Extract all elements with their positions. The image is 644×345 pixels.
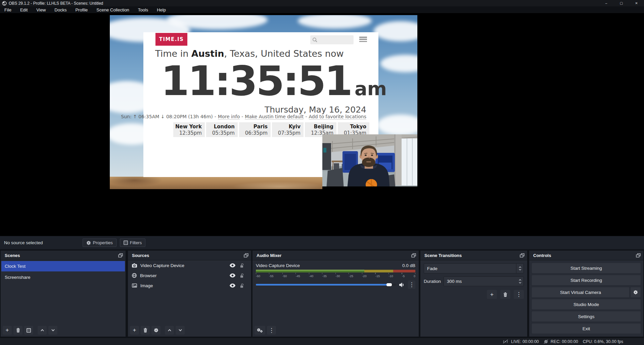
lock-icon[interactable] xyxy=(240,273,244,278)
scene-filters-button[interactable] xyxy=(24,326,33,335)
add-transition-button[interactable]: + xyxy=(487,290,497,299)
popout-icon[interactable] xyxy=(411,253,416,258)
search-box[interactable] xyxy=(310,35,354,44)
menu-profile[interactable]: Profile xyxy=(71,6,92,13)
scene-item-clock-test[interactable]: Clock Test xyxy=(1,261,125,271)
mixer-level-db: 0.0 dB xyxy=(402,263,415,268)
lock-icon[interactable] xyxy=(240,284,244,288)
live-status: LIVE: 00:00:00 xyxy=(502,339,539,344)
clock-meridiem: am xyxy=(355,78,387,99)
scenes-panel-header: Scenes xyxy=(1,251,126,260)
remove-scene-button[interactable] xyxy=(13,326,22,335)
search-input[interactable] xyxy=(318,37,350,42)
start-streaming-button[interactable]: Start Streaming xyxy=(532,263,641,273)
gear-icon xyxy=(86,241,91,245)
duration-label: Duration xyxy=(424,279,441,284)
chevron-updown-icon[interactable] xyxy=(516,264,523,273)
menu-edit[interactable]: Edit xyxy=(16,6,32,13)
filters-button[interactable]: Filters xyxy=(120,239,145,247)
sun-info-line: Sun: ↑ 06:35AM ↓ 08:20PM (13h 46m) - Mor… xyxy=(121,114,366,120)
menu-tools[interactable]: Tools xyxy=(134,6,152,13)
remove-transition-button[interactable] xyxy=(500,290,510,299)
webcam-video[interactable] xyxy=(322,134,417,189)
spinner-arrows-icon[interactable] xyxy=(517,279,523,284)
visibility-eye-icon[interactable] xyxy=(230,273,235,277)
title-bar: OBS 29.1.2 - Profile: LLHLS BETA - Scene… xyxy=(0,0,644,6)
mixer-menu-button[interactable]: ⋮ xyxy=(267,326,276,335)
remove-source-button[interactable] xyxy=(141,326,150,335)
add-source-button[interactable]: + xyxy=(130,326,139,335)
clock-digits: 11:35:51 xyxy=(161,58,351,103)
visibility-eye-icon[interactable] xyxy=(230,284,235,288)
audio-mixer-panel: Audio Mixer Video Capture Device 0.0 dB xyxy=(252,251,419,337)
minimize-button[interactable]: – xyxy=(599,0,614,6)
city-kyiv[interactable]: Kyiv 07:35pm xyxy=(272,122,304,137)
source-item-video-capture[interactable]: Video Capture Device xyxy=(128,260,251,270)
duration-spinbox[interactable]: 300 ms xyxy=(444,276,524,286)
transition-menu-button[interactable]: ⋮ xyxy=(514,290,524,299)
source-properties-button[interactable] xyxy=(151,326,160,335)
popout-icon[interactable] xyxy=(244,253,248,258)
current-time: 11:35:51 am xyxy=(161,58,387,103)
image-icon xyxy=(132,284,137,288)
scenes-list: Clock Test Screenshare + xyxy=(1,260,126,337)
menu-view[interactable]: View xyxy=(32,6,50,13)
virtual-camera-settings-button[interactable] xyxy=(631,287,641,297)
rec-status: REC: 00:00:00 xyxy=(544,339,578,344)
add-scene-button[interactable]: + xyxy=(3,326,12,335)
menu-scene-collection[interactable]: Scene Collection xyxy=(92,6,134,13)
volume-meter xyxy=(256,270,415,272)
timeis-logo[interactable]: TIME.IS xyxy=(155,33,187,46)
move-scene-up-button[interactable] xyxy=(38,326,47,335)
source-status-text: No source selected xyxy=(4,240,43,245)
more-info-link[interactable]: More info xyxy=(218,114,240,120)
start-virtual-camera-button[interactable]: Start Virtual Camera xyxy=(532,287,629,297)
controls-body: Start Streaming Start Recording Start Vi… xyxy=(529,260,643,337)
scenes-toolbar: + xyxy=(3,326,57,335)
move-scene-down-button[interactable] xyxy=(48,326,57,335)
speaker-icon[interactable] xyxy=(399,283,405,287)
popout-icon[interactable] xyxy=(118,253,123,258)
start-recording-button[interactable]: Start Recording xyxy=(532,275,641,285)
exit-button[interactable]: Exit xyxy=(532,324,641,334)
city-paris[interactable]: Paris 06:35pm xyxy=(239,122,271,137)
current-date: Thursday, May 16, 2024 xyxy=(265,105,366,115)
obs-window: OBS 29.1.2 - Profile: LLHLS BETA - Scene… xyxy=(0,0,644,345)
lock-icon[interactable] xyxy=(240,263,244,268)
menu-help[interactable]: Help xyxy=(152,6,170,13)
preview-canvas[interactable]: TIME.IS Time in Austin, Texas, United St… xyxy=(110,15,417,189)
cloud xyxy=(377,115,417,135)
hamburger-menu-icon[interactable] xyxy=(359,37,367,42)
menu-file[interactable]: File xyxy=(0,6,16,13)
popout-icon[interactable] xyxy=(636,253,641,258)
visibility-eye-icon[interactable] xyxy=(230,263,235,267)
properties-button[interactable]: Properties xyxy=(83,239,117,247)
studio-mode-button[interactable]: Studio Mode xyxy=(532,299,641,309)
menu-docks[interactable]: Docks xyxy=(50,6,71,13)
obs-logo-icon xyxy=(2,1,7,6)
close-button[interactable]: ✕ xyxy=(629,0,644,6)
gear-icon xyxy=(633,290,638,295)
move-source-down-button[interactable] xyxy=(176,326,185,335)
move-source-up-button[interactable] xyxy=(165,326,174,335)
volume-slider-handle[interactable] xyxy=(386,283,392,286)
sun-times: Sun: ↑ 06:35AM ↓ 08:20PM (13h 46m) xyxy=(121,114,213,120)
source-item-browser[interactable]: Browser xyxy=(128,270,251,281)
advanced-audio-button[interactable] xyxy=(255,326,265,335)
cloud xyxy=(374,21,417,41)
city-london[interactable]: London 05:35pm xyxy=(206,122,238,137)
add-favorite-link[interactable]: Add to favorite locations xyxy=(309,114,366,120)
maximize-button[interactable]: ▢ xyxy=(614,0,629,6)
source-item-image[interactable]: Image xyxy=(128,281,251,291)
settings-button[interactable]: Settings xyxy=(532,311,641,321)
city-new-york[interactable]: New York 12:35pm xyxy=(173,122,205,137)
make-default-link[interactable]: Make Austin time default xyxy=(245,114,304,120)
transition-select[interactable]: Fade xyxy=(424,263,524,273)
scene-transitions-body: Fade Duration 300 ms xyxy=(420,260,527,337)
stream-inactive-icon xyxy=(502,339,509,344)
scene-item-screenshare[interactable]: Screenshare xyxy=(1,272,126,283)
volume-slider[interactable] xyxy=(256,284,396,286)
popout-icon[interactable] xyxy=(520,253,524,258)
sources-toolbar: + xyxy=(130,326,185,335)
mixer-channel-menu-button[interactable]: ⋮ xyxy=(408,281,415,289)
